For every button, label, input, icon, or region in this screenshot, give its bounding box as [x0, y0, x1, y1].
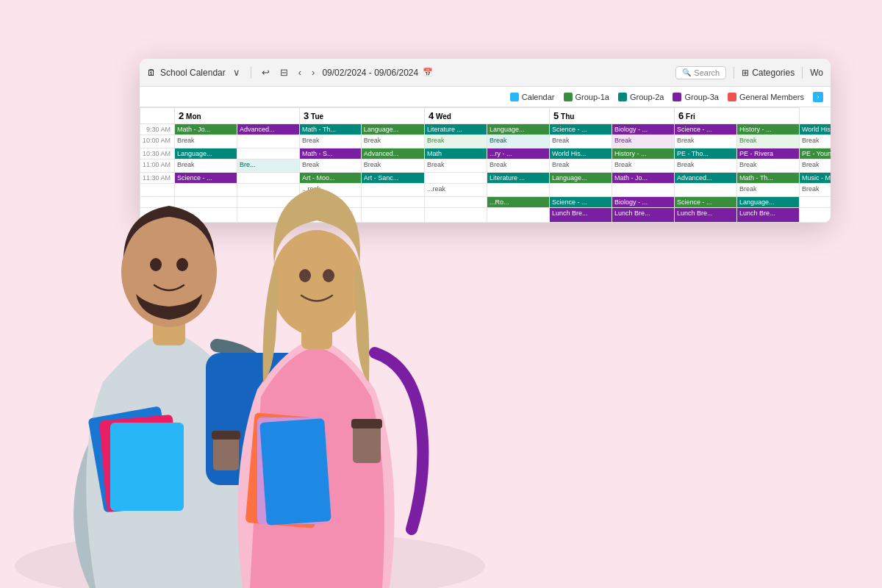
- break-cell: Break: [612, 135, 675, 148]
- event-cell[interactable]: History - ...: [737, 124, 800, 135]
- legend-general-label: General Members: [739, 93, 804, 101]
- svg-point-15: [323, 269, 334, 282]
- lunch-break-cell: Lunch Bre...: [675, 208, 737, 223]
- break-cell: Break: [550, 135, 612, 148]
- break-cell: Break: [550, 159, 612, 173]
- event-cell[interactable]: Music - M...: [800, 173, 831, 184]
- svg-rect-8: [212, 431, 240, 440]
- break-cell: Break: [675, 135, 737, 148]
- lunch-break-cell: Lunch Bre...: [737, 208, 800, 223]
- event-cell[interactable]: History - ...: [612, 148, 675, 159]
- day-header-thu: 5 Thu: [550, 108, 675, 124]
- event-cell: [800, 197, 831, 208]
- break-cell: Break: [612, 159, 675, 173]
- legend-calendar-color: [510, 93, 519, 101]
- search-label: Search: [694, 68, 720, 77]
- legend-general-color: [728, 93, 736, 101]
- legend-calendar-label: Calendar: [522, 93, 555, 101]
- event-cell[interactable]: Biology - ...: [612, 124, 675, 135]
- categories-btn[interactable]: ⊞ Categories: [742, 68, 795, 78]
- legend-group3a[interactable]: Group-3a: [673, 93, 718, 101]
- svg-rect-17: [351, 419, 382, 429]
- legend-group2a-color: [618, 93, 627, 101]
- legend-group2a[interactable]: Group-2a: [618, 93, 664, 101]
- svg-point-4: [150, 258, 162, 271]
- break-cell: Break: [675, 159, 737, 173]
- break-cell: [675, 184, 737, 197]
- event-cell[interactable]: Language...: [550, 173, 612, 184]
- svg-point-13: [271, 230, 362, 336]
- event-cell[interactable]: Science - ...: [675, 124, 737, 135]
- event-cell[interactable]: Advanced...: [675, 173, 737, 184]
- event-cell[interactable]: PE - Rivera: [737, 148, 800, 159]
- break-cell: Break: [737, 159, 800, 173]
- svg-rect-20: [259, 418, 331, 526]
- legend-group1a[interactable]: Group-1a: [564, 93, 609, 101]
- event-cell: [800, 208, 831, 223]
- event-cell[interactable]: Biology - ...: [612, 197, 675, 208]
- legend-group3a-color: [673, 93, 681, 101]
- day-header-fri: 6 Fri: [675, 108, 800, 124]
- break-cell: Break: [737, 184, 800, 197]
- event-cell[interactable]: PE - Tho...: [675, 148, 737, 159]
- event-cell[interactable]: PE - Young: [800, 148, 831, 159]
- break-cell: Break: [800, 135, 831, 148]
- svg-point-5: [176, 258, 188, 271]
- day-num-thu: 5: [553, 110, 559, 121]
- break-cell: [550, 184, 612, 197]
- collapse-btn[interactable]: ›: [813, 92, 823, 102]
- event-cell[interactable]: World His...: [550, 148, 612, 159]
- view-label: Wo: [810, 68, 823, 78]
- event-cell[interactable]: Science - ...: [675, 197, 737, 208]
- break-cell: Break: [737, 135, 800, 148]
- event-cell[interactable]: Science - ...: [550, 197, 612, 208]
- break-cell: [612, 184, 675, 197]
- separator2: [734, 67, 734, 79]
- day-label-fri: Fri: [686, 112, 695, 121]
- students-illustration: [0, 15, 500, 588]
- event-cell[interactable]: Math - Th...: [737, 173, 800, 184]
- legend-group1a-label: Group-1a: [576, 93, 609, 101]
- legend-group1a-color: [564, 93, 573, 101]
- legend-calendar[interactable]: Calendar: [510, 93, 555, 101]
- legend-group2a-label: Group-2a: [630, 93, 664, 101]
- svg-rect-11: [110, 423, 184, 511]
- break-cell: Break: [800, 159, 831, 173]
- separator3: [802, 67, 803, 79]
- event-cell[interactable]: World His...: [800, 124, 831, 135]
- event-cell[interactable]: Math - Jo...: [612, 173, 675, 184]
- categories-label: Categories: [752, 68, 795, 78]
- svg-rect-16: [353, 423, 381, 463]
- event-cell[interactable]: Science - ...: [550, 124, 612, 135]
- svg-point-14: [299, 269, 311, 282]
- search-box[interactable]: 🔍 Search: [675, 66, 726, 79]
- lunch-break-cell: Lunch Bre...: [612, 208, 675, 223]
- legend-general[interactable]: General Members: [728, 93, 804, 101]
- search-icon: 🔍: [682, 68, 691, 76]
- legend-group3a-label: Group-3a: [684, 93, 718, 101]
- event-cell[interactable]: Language...: [737, 197, 800, 208]
- categories-icon: ⊞: [742, 68, 749, 78]
- break-cell: Break: [800, 184, 831, 197]
- day-label-thu: Thu: [561, 112, 574, 121]
- day-num-fri: 6: [678, 110, 684, 121]
- lunch-break-cell: Lunch Bre...: [550, 208, 612, 223]
